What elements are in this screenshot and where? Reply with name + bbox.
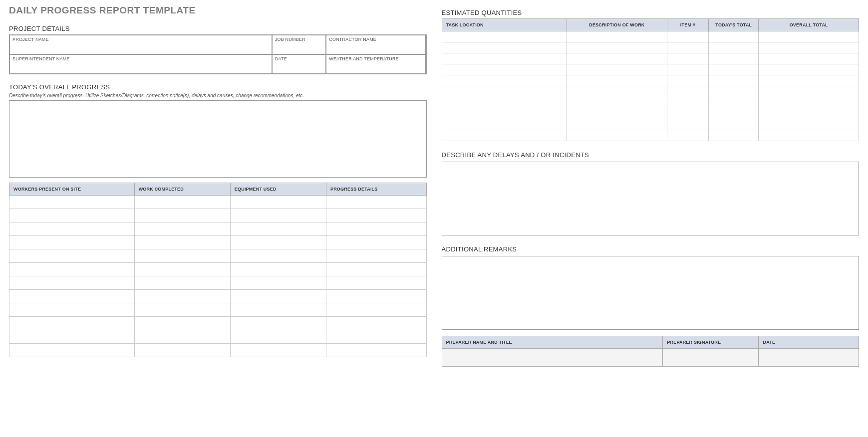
table-cell[interactable]	[230, 330, 326, 344]
table-cell[interactable]	[230, 317, 326, 330]
weather-input[interactable]	[326, 61, 425, 73]
table-cell[interactable]	[230, 290, 326, 303]
table-cell[interactable]	[442, 31, 567, 42]
table-cell[interactable]	[709, 130, 759, 141]
table-cell[interactable]	[326, 209, 426, 222]
table-cell[interactable]	[134, 196, 230, 209]
table-cell[interactable]	[567, 108, 667, 119]
table-cell[interactable]	[759, 53, 859, 64]
table-cell[interactable]	[134, 317, 230, 330]
table-cell[interactable]	[326, 196, 426, 209]
project-name-input[interactable]	[10, 42, 272, 54]
table-cell[interactable]	[9, 276, 135, 290]
table-cell[interactable]	[567, 31, 667, 42]
table-cell[interactable]	[134, 209, 230, 222]
table-cell[interactable]	[9, 222, 135, 236]
table-cell[interactable]	[567, 130, 667, 141]
table-cell[interactable]	[326, 317, 426, 330]
table-cell[interactable]	[709, 75, 759, 86]
remarks-textarea[interactable]	[442, 256, 860, 330]
table-cell[interactable]	[759, 119, 859, 130]
table-cell[interactable]	[759, 64, 859, 75]
contractor-name-input[interactable]	[326, 42, 425, 54]
table-cell[interactable]	[667, 86, 709, 97]
table-cell[interactable]	[667, 53, 709, 64]
table-cell[interactable]	[759, 130, 859, 141]
table-cell[interactable]	[442, 97, 567, 108]
table-cell[interactable]	[442, 42, 567, 53]
preparer-name-input[interactable]	[442, 349, 663, 367]
table-cell[interactable]	[709, 97, 759, 108]
table-cell[interactable]	[667, 75, 709, 86]
table-cell[interactable]	[9, 290, 135, 303]
table-cell[interactable]	[442, 119, 567, 130]
table-cell[interactable]	[9, 330, 135, 344]
table-cell[interactable]	[134, 222, 230, 236]
table-cell[interactable]	[442, 86, 567, 97]
table-cell[interactable]	[759, 42, 859, 53]
table-cell[interactable]	[134, 344, 230, 357]
table-cell[interactable]	[230, 344, 326, 357]
date-input[interactable]	[273, 61, 325, 73]
table-cell[interactable]	[326, 276, 426, 290]
table-cell[interactable]	[567, 86, 667, 97]
table-cell[interactable]	[759, 86, 859, 97]
table-cell[interactable]	[442, 108, 567, 119]
table-cell[interactable]	[134, 263, 230, 276]
table-cell[interactable]	[230, 222, 326, 236]
table-cell[interactable]	[667, 64, 709, 75]
table-cell[interactable]	[759, 108, 859, 119]
table-cell[interactable]	[230, 236, 326, 249]
table-cell[interactable]	[709, 86, 759, 97]
sign-date-input[interactable]	[759, 349, 859, 367]
table-cell[interactable]	[442, 75, 567, 86]
table-cell[interactable]	[326, 249, 426, 263]
table-cell[interactable]	[709, 119, 759, 130]
table-cell[interactable]	[442, 130, 567, 141]
table-cell[interactable]	[134, 303, 230, 317]
table-cell[interactable]	[759, 75, 859, 86]
table-cell[interactable]	[442, 64, 567, 75]
table-cell[interactable]	[326, 263, 426, 276]
table-cell[interactable]	[709, 64, 759, 75]
table-cell[interactable]	[326, 330, 426, 344]
table-cell[interactable]	[9, 303, 135, 317]
table-cell[interactable]	[9, 344, 135, 357]
table-cell[interactable]	[326, 222, 426, 236]
table-cell[interactable]	[567, 53, 667, 64]
table-cell[interactable]	[567, 97, 667, 108]
table-cell[interactable]	[134, 290, 230, 303]
table-cell[interactable]	[9, 209, 135, 222]
table-cell[interactable]	[230, 196, 326, 209]
table-cell[interactable]	[709, 108, 759, 119]
table-cell[interactable]	[230, 276, 326, 290]
table-cell[interactable]	[442, 53, 567, 64]
table-cell[interactable]	[9, 196, 135, 209]
table-cell[interactable]	[9, 249, 135, 263]
overall-progress-textarea[interactable]	[9, 100, 427, 178]
delays-textarea[interactable]	[442, 162, 860, 235]
table-cell[interactable]	[134, 249, 230, 263]
table-cell[interactable]	[134, 276, 230, 290]
job-number-input[interactable]	[273, 42, 325, 54]
table-cell[interactable]	[667, 130, 709, 141]
table-cell[interactable]	[326, 344, 426, 357]
table-cell[interactable]	[134, 330, 230, 344]
table-cell[interactable]	[134, 236, 230, 249]
table-cell[interactable]	[667, 119, 709, 130]
table-cell[interactable]	[667, 108, 709, 119]
table-cell[interactable]	[759, 31, 859, 42]
table-cell[interactable]	[567, 64, 667, 75]
table-cell[interactable]	[759, 97, 859, 108]
table-cell[interactable]	[326, 236, 426, 249]
table-cell[interactable]	[326, 303, 426, 317]
preparer-signature-input[interactable]	[663, 349, 759, 367]
table-cell[interactable]	[667, 97, 709, 108]
table-cell[interactable]	[230, 263, 326, 276]
table-cell[interactable]	[667, 31, 709, 42]
table-cell[interactable]	[567, 42, 667, 53]
table-cell[interactable]	[230, 303, 326, 317]
table-cell[interactable]	[567, 119, 667, 130]
table-cell[interactable]	[326, 290, 426, 303]
table-cell[interactable]	[567, 75, 667, 86]
